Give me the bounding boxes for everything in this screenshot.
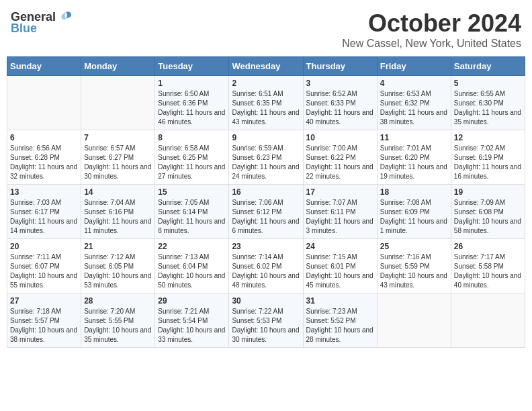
day-number: 6 <box>10 133 78 142</box>
day-number: 28 <box>84 296 152 306</box>
calendar-cell: 26Sunrise: 7:17 AM Sunset: 5:58 PM Dayli… <box>451 239 525 293</box>
weekday-header-monday: Monday <box>81 57 155 76</box>
calendar-cell: 11Sunrise: 7:01 AM Sunset: 6:20 PM Dayli… <box>377 130 451 185</box>
day-number: 17 <box>306 187 374 197</box>
day-info: Sunrise: 6:52 AM Sunset: 6:33 PM Dayligh… <box>306 89 374 127</box>
day-number: 20 <box>10 242 78 251</box>
calendar-cell: 2Sunrise: 6:51 AM Sunset: 6:35 PM Daylig… <box>229 76 303 130</box>
day-number: 29 <box>158 296 226 306</box>
calendar-cell: 8Sunrise: 6:58 AM Sunset: 6:25 PM Daylig… <box>155 130 229 185</box>
day-number: 7 <box>84 133 152 142</box>
day-info: Sunrise: 7:04 AM Sunset: 6:16 PM Dayligh… <box>84 198 152 236</box>
calendar-cell: 17Sunrise: 7:07 AM Sunset: 6:11 PM Dayli… <box>303 185 377 239</box>
weekday-header-saturday: Saturday <box>451 57 525 76</box>
calendar-cell: 12Sunrise: 7:02 AM Sunset: 6:19 PM Dayli… <box>451 130 525 185</box>
calendar-cell: 9Sunrise: 6:59 AM Sunset: 6:23 PM Daylig… <box>229 130 303 185</box>
calendar-cell: 18Sunrise: 7:08 AM Sunset: 6:09 PM Dayli… <box>377 185 451 239</box>
month-title: October 2024 <box>342 9 521 38</box>
page-header: General Blue October 2024 New Cassel, Ne… <box>7 7 525 52</box>
day-number: 14 <box>84 187 152 197</box>
weekday-header-wednesday: Wednesday <box>229 57 303 76</box>
calendar-cell: 15Sunrise: 7:05 AM Sunset: 6:14 PM Dayli… <box>155 185 229 239</box>
day-info: Sunrise: 7:16 AM Sunset: 5:59 PM Dayligh… <box>380 253 448 290</box>
calendar-cell: 6Sunrise: 6:56 AM Sunset: 6:28 PM Daylig… <box>7 130 81 185</box>
day-info: Sunrise: 7:03 AM Sunset: 6:17 PM Dayligh… <box>10 198 78 236</box>
weekday-header-thursday: Thursday <box>303 57 377 76</box>
day-number: 9 <box>232 133 300 142</box>
week-row-3: 13Sunrise: 7:03 AM Sunset: 6:17 PM Dayli… <box>7 185 525 239</box>
calendar-cell: 1Sunrise: 6:50 AM Sunset: 6:36 PM Daylig… <box>155 76 229 130</box>
day-number: 5 <box>454 79 522 88</box>
week-row-4: 20Sunrise: 7:11 AM Sunset: 6:07 PM Dayli… <box>7 239 525 293</box>
logo: General Blue <box>11 9 73 36</box>
calendar-cell: 25Sunrise: 7:16 AM Sunset: 5:59 PM Dayli… <box>377 239 451 293</box>
calendar-cell: 10Sunrise: 7:00 AM Sunset: 6:22 PM Dayli… <box>303 130 377 185</box>
day-info: Sunrise: 7:18 AM Sunset: 5:57 PM Dayligh… <box>10 307 78 345</box>
week-row-5: 27Sunrise: 7:18 AM Sunset: 5:57 PM Dayli… <box>7 293 525 348</box>
calendar-cell: 5Sunrise: 6:55 AM Sunset: 6:30 PM Daylig… <box>451 76 525 130</box>
day-number: 24 <box>306 242 374 251</box>
day-info: Sunrise: 7:08 AM Sunset: 6:09 PM Dayligh… <box>380 198 448 236</box>
calendar-table: SundayMondayTuesdayWednesdayThursdayFrid… <box>7 56 525 348</box>
calendar-cell: 3Sunrise: 6:52 AM Sunset: 6:33 PM Daylig… <box>303 76 377 130</box>
day-info: Sunrise: 7:01 AM Sunset: 6:20 PM Dayligh… <box>380 144 448 181</box>
day-number: 19 <box>454 187 522 197</box>
day-info: Sunrise: 6:50 AM Sunset: 6:36 PM Dayligh… <box>158 89 226 127</box>
calendar-cell: 24Sunrise: 7:15 AM Sunset: 6:01 PM Dayli… <box>303 239 377 293</box>
day-number: 8 <box>158 133 226 142</box>
day-number: 27 <box>10 296 78 306</box>
week-row-1: 1Sunrise: 6:50 AM Sunset: 6:36 PM Daylig… <box>7 76 525 130</box>
day-info: Sunrise: 7:07 AM Sunset: 6:11 PM Dayligh… <box>306 198 374 236</box>
day-number: 3 <box>306 79 374 88</box>
day-info: Sunrise: 6:51 AM Sunset: 6:35 PM Dayligh… <box>232 89 300 127</box>
day-info: Sunrise: 7:21 AM Sunset: 5:54 PM Dayligh… <box>158 307 226 345</box>
calendar-cell <box>7 76 81 130</box>
day-number: 12 <box>454 133 522 142</box>
day-number: 30 <box>232 296 300 306</box>
day-info: Sunrise: 7:00 AM Sunset: 6:22 PM Dayligh… <box>306 144 374 181</box>
calendar-cell: 21Sunrise: 7:12 AM Sunset: 6:05 PM Dayli… <box>81 239 155 293</box>
calendar-cell <box>81 76 155 130</box>
day-number: 16 <box>232 187 300 197</box>
day-info: Sunrise: 7:15 AM Sunset: 6:01 PM Dayligh… <box>306 253 374 290</box>
calendar-cell: 20Sunrise: 7:11 AM Sunset: 6:07 PM Dayli… <box>7 239 81 293</box>
logo-bird-icon <box>58 9 73 24</box>
calendar-cell: 28Sunrise: 7:20 AM Sunset: 5:55 PM Dayli… <box>81 293 155 348</box>
day-info: Sunrise: 7:20 AM Sunset: 5:55 PM Dayligh… <box>84 307 152 345</box>
logo-blue-text: Blue <box>11 21 37 36</box>
day-number: 21 <box>84 242 152 251</box>
calendar-cell: 31Sunrise: 7:23 AM Sunset: 5:52 PM Dayli… <box>303 293 377 348</box>
calendar-cell <box>377 293 451 348</box>
day-info: Sunrise: 7:22 AM Sunset: 5:53 PM Dayligh… <box>232 307 300 345</box>
calendar-cell: 19Sunrise: 7:09 AM Sunset: 6:08 PM Dayli… <box>451 185 525 239</box>
day-number: 1 <box>158 79 226 88</box>
day-number: 2 <box>232 79 300 88</box>
day-number: 10 <box>306 133 374 142</box>
day-number: 23 <box>232 242 300 251</box>
day-info: Sunrise: 7:17 AM Sunset: 5:58 PM Dayligh… <box>454 253 522 290</box>
weekday-header-friday: Friday <box>377 57 451 76</box>
day-info: Sunrise: 7:11 AM Sunset: 6:07 PM Dayligh… <box>10 253 78 290</box>
calendar-cell: 22Sunrise: 7:13 AM Sunset: 6:04 PM Dayli… <box>155 239 229 293</box>
weekday-header-tuesday: Tuesday <box>155 57 229 76</box>
day-number: 18 <box>380 187 448 197</box>
location-title: New Cassel, New York, United States <box>342 38 521 50</box>
calendar-cell: 23Sunrise: 7:14 AM Sunset: 6:02 PM Dayli… <box>229 239 303 293</box>
day-info: Sunrise: 7:09 AM Sunset: 6:08 PM Dayligh… <box>454 198 522 236</box>
day-info: Sunrise: 6:55 AM Sunset: 6:30 PM Dayligh… <box>454 89 522 127</box>
day-number: 11 <box>380 133 448 142</box>
day-number: 31 <box>306 296 374 306</box>
calendar-cell <box>451 293 525 348</box>
day-number: 4 <box>380 79 448 88</box>
day-info: Sunrise: 6:53 AM Sunset: 6:32 PM Dayligh… <box>380 89 448 127</box>
calendar-cell: 29Sunrise: 7:21 AM Sunset: 5:54 PM Dayli… <box>155 293 229 348</box>
day-info: Sunrise: 7:23 AM Sunset: 5:52 PM Dayligh… <box>306 307 374 345</box>
calendar-cell: 13Sunrise: 7:03 AM Sunset: 6:17 PM Dayli… <box>7 185 81 239</box>
day-info: Sunrise: 6:57 AM Sunset: 6:27 PM Dayligh… <box>84 144 152 181</box>
day-info: Sunrise: 7:13 AM Sunset: 6:04 PM Dayligh… <box>158 253 226 290</box>
day-info: Sunrise: 6:59 AM Sunset: 6:23 PM Dayligh… <box>232 144 300 181</box>
calendar-cell: 4Sunrise: 6:53 AM Sunset: 6:32 PM Daylig… <box>377 76 451 130</box>
day-info: Sunrise: 7:12 AM Sunset: 6:05 PM Dayligh… <box>84 253 152 290</box>
day-number: 13 <box>10 187 78 197</box>
title-block: October 2024 New Cassel, New York, Unite… <box>342 9 521 50</box>
